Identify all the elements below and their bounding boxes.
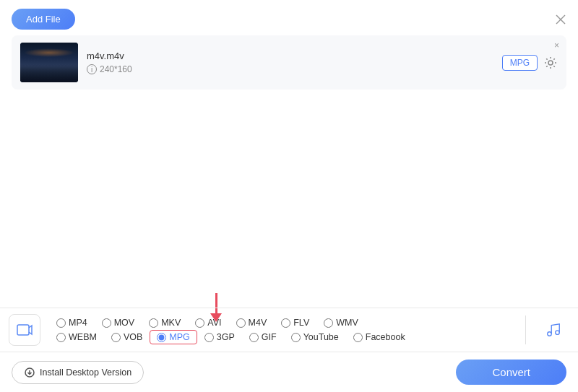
radio-mkv[interactable]: [149, 318, 158, 328]
svg-point-4: [548, 332, 552, 336]
format-option-mpg[interactable]: MPG: [150, 330, 197, 344]
format-option-avi[interactable]: AVI: [188, 315, 228, 330]
top-bar: Add File: [0, 0, 578, 35]
radio-avi[interactable]: [195, 318, 204, 328]
label-m4v: M4V: [249, 318, 267, 328]
download-icon: [24, 367, 35, 378]
video-format-icon-wrapper[interactable]: [9, 314, 40, 346]
action-bar: Install Desktop Version Convert: [0, 352, 578, 392]
radio-facebook[interactable]: [353, 333, 363, 342]
settings-icon[interactable]: [543, 56, 558, 70]
radio-3gp[interactable]: [204, 333, 214, 342]
format-badge[interactable]: MPG: [502, 55, 538, 71]
file-thumbnail: [20, 43, 78, 82]
format-option-mp4[interactable]: MP4: [49, 315, 95, 330]
format-option-youtube[interactable]: YouTube: [284, 330, 346, 344]
file-list: m4v.m4v i 240*160 MPG ×: [0, 35, 578, 90]
label-3gp: 3GP: [217, 332, 235, 342]
label-flv: FLV: [293, 318, 309, 328]
file-name: m4v.m4v: [87, 51, 502, 61]
label-avi: AVI: [207, 318, 221, 328]
radio-flv[interactable]: [281, 318, 290, 328]
format-bar: MP4 MOV MKV AVI M4V: [0, 308, 578, 392]
label-youtube: YouTube: [303, 332, 339, 342]
label-facebook: Facebook: [366, 332, 405, 342]
radio-mov[interactable]: [102, 318, 111, 328]
format-option-m4v[interactable]: M4V: [229, 315, 275, 330]
label-wmv: WMV: [336, 318, 358, 328]
label-gif: GIF: [262, 332, 277, 342]
label-webm: WEBM: [69, 332, 97, 342]
radio-m4v[interactable]: [236, 318, 246, 328]
install-label: Install Desktop Version: [40, 367, 131, 378]
format-option-3gp[interactable]: 3GP: [197, 330, 242, 344]
format-option-mov[interactable]: MOV: [95, 315, 142, 330]
file-resolution: 240*160: [100, 64, 132, 74]
convert-button[interactable]: Convert: [456, 360, 566, 385]
format-option-gif[interactable]: GIF: [242, 330, 284, 344]
format-option-webm[interactable]: WEBM: [49, 330, 104, 344]
label-mpg: MPG: [169, 332, 189, 342]
radio-mpg[interactable]: [157, 333, 166, 342]
main-content: [0, 90, 578, 277]
format-option-mkv[interactable]: MKV: [142, 315, 188, 330]
file-actions: MPG: [502, 55, 558, 71]
install-desktop-button[interactable]: Install Desktop Version: [12, 361, 144, 384]
radio-webm[interactable]: [56, 333, 66, 342]
radio-gif[interactable]: [249, 333, 259, 342]
label-mov: MOV: [114, 318, 134, 328]
svg-rect-3: [17, 325, 29, 335]
radio-vob[interactable]: [111, 333, 121, 342]
format-options: MP4 MOV MKV AVI M4V: [0, 308, 578, 352]
video-icon: [16, 321, 33, 339]
radio-youtube[interactable]: [291, 333, 301, 342]
radio-wmv[interactable]: [324, 318, 333, 328]
label-mkv: MKV: [161, 318, 181, 328]
format-option-facebook[interactable]: Facebook: [346, 330, 413, 344]
label-mp4: MP4: [69, 318, 87, 328]
music-icon: [545, 322, 561, 338]
music-icon-wrapper[interactable]: [538, 314, 569, 346]
radio-mp4[interactable]: [56, 318, 66, 328]
file-info: m4v.m4v i 240*160: [87, 51, 502, 74]
window-close-icon[interactable]: [555, 14, 566, 25]
info-icon: i: [87, 64, 97, 74]
file-close-button[interactable]: ×: [553, 40, 561, 51]
svg-point-2: [548, 61, 553, 65]
format-option-flv[interactable]: FLV: [274, 315, 316, 330]
svg-point-5: [556, 331, 560, 335]
separator: [525, 315, 526, 344]
file-meta: i 240*160: [87, 64, 502, 74]
label-vob: VOB: [124, 332, 142, 342]
add-file-button[interactable]: Add File: [12, 9, 75, 30]
format-option-wmv[interactable]: WMV: [316, 315, 366, 330]
format-option-vob[interactable]: VOB: [104, 330, 150, 344]
file-item: m4v.m4v i 240*160 MPG ×: [12, 35, 566, 90]
